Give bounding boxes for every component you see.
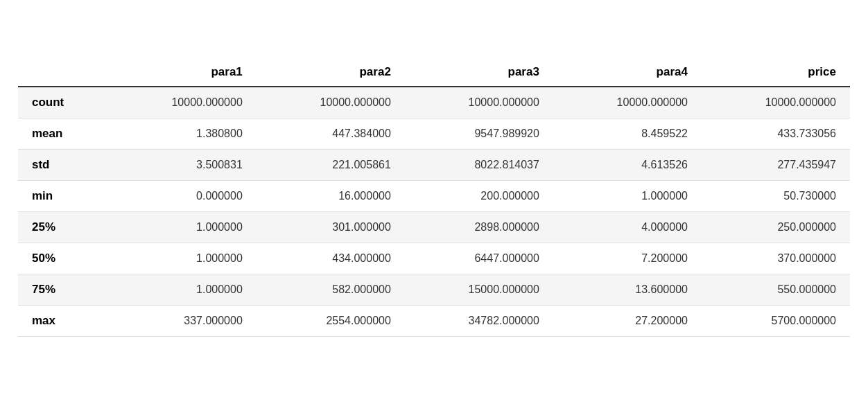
cell-min-para3: 200.000000 [405,181,553,212]
cell-min-price: 50.730000 [702,181,850,212]
cell-25%-para3: 2898.000000 [405,212,553,243]
cell-count-para2: 10000.000000 [257,87,405,119]
cell-max-para2: 2554.000000 [257,306,405,337]
table-header-row: para1 para2 para3 para4 price [18,58,850,87]
cell-75%-price: 550.000000 [702,274,850,306]
cell-50%-price: 370.000000 [702,243,850,274]
cell-mean-para2: 447.384000 [257,119,405,150]
cell-max-price: 5700.000000 [702,306,850,337]
cell-75%-para4: 13.600000 [553,274,702,306]
cell-50%-para1: 1.000000 [108,243,257,274]
cell-min-para2: 16.000000 [257,181,405,212]
cell-min-label: min [18,181,108,212]
cell-50%-label: 50% [18,243,108,274]
cell-std-para3: 8022.814037 [405,150,553,181]
cell-mean-price: 433.733056 [702,119,850,150]
col-header-para1: para1 [108,58,257,87]
stats-table-container: para1 para2 para3 para4 price count10000… [18,58,850,337]
cell-75%-para3: 15000.000000 [405,274,553,306]
cell-25%-para2: 301.000000 [257,212,405,243]
cell-max-para1: 337.000000 [108,306,257,337]
cell-max-label: max [18,306,108,337]
cell-mean-para1: 1.380800 [108,119,257,150]
table-row: std3.500831221.0058618022.8140374.613526… [18,150,850,181]
cell-count-label: count [18,87,108,119]
col-header-para4: para4 [553,58,702,87]
cell-mean-para3: 9547.989920 [405,119,553,150]
cell-count-para4: 10000.000000 [553,87,702,119]
cell-std-para2: 221.005861 [257,150,405,181]
table-row: count10000.00000010000.00000010000.00000… [18,87,850,119]
cell-min-para4: 1.000000 [553,181,702,212]
cell-75%-para2: 582.000000 [257,274,405,306]
cell-count-price: 10000.000000 [702,87,850,119]
cell-mean-label: mean [18,119,108,150]
cell-25%-para1: 1.000000 [108,212,257,243]
cell-25%-price: 250.000000 [702,212,850,243]
table-row: 75%1.000000582.00000015000.00000013.6000… [18,274,850,306]
cell-max-para3: 34782.000000 [405,306,553,337]
col-header-para2: para2 [257,58,405,87]
col-header-para3: para3 [405,58,553,87]
cell-50%-para2: 434.000000 [257,243,405,274]
cell-std-para1: 3.500831 [108,150,257,181]
cell-count-para1: 10000.000000 [108,87,257,119]
col-header-empty [18,58,108,87]
table-row: mean1.380800447.3840009547.9899208.45952… [18,119,850,150]
cell-25%-para4: 4.000000 [553,212,702,243]
cell-std-price: 277.435947 [702,150,850,181]
cell-25%-label: 25% [18,212,108,243]
table-row: max337.0000002554.00000034782.00000027.2… [18,306,850,337]
cell-50%-para4: 7.200000 [553,243,702,274]
col-header-price: price [702,58,850,87]
cell-mean-para4: 8.459522 [553,119,702,150]
cell-std-para4: 4.613526 [553,150,702,181]
cell-min-para1: 0.000000 [108,181,257,212]
table-row: 25%1.000000301.0000002898.0000004.000000… [18,212,850,243]
table-row: 50%1.000000434.0000006447.0000007.200000… [18,243,850,274]
cell-count-para3: 10000.000000 [405,87,553,119]
cell-75%-label: 75% [18,274,108,306]
cell-std-label: std [18,150,108,181]
cell-max-para4: 27.200000 [553,306,702,337]
cell-50%-para3: 6447.000000 [405,243,553,274]
table-row: min0.00000016.000000200.0000001.00000050… [18,181,850,212]
stats-table: para1 para2 para3 para4 price count10000… [18,58,850,337]
cell-75%-para1: 1.000000 [108,274,257,306]
